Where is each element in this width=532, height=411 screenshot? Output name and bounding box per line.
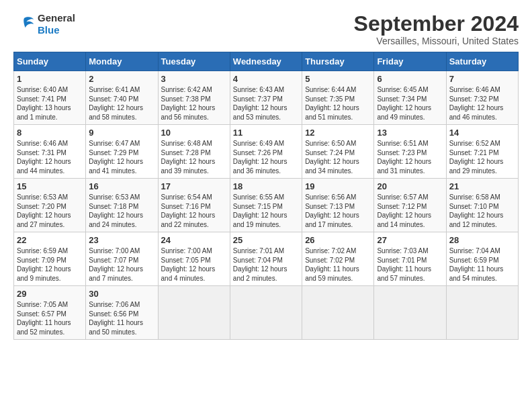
day-info: Sunrise: 6:42 AMSunset: 7:38 PMDaylight:…: [161, 86, 216, 121]
day-info: Sunrise: 6:44 AMSunset: 7:35 PMDaylight:…: [305, 86, 359, 121]
day-number: 1: [17, 74, 83, 84]
day-cell: 6Sunrise: 6:45 AMSunset: 7:34 PMDaylight…: [374, 71, 446, 125]
day-cell: 7Sunrise: 6:46 AMSunset: 7:32 PMDaylight…: [446, 71, 518, 125]
header-cell-monday: Monday: [86, 52, 158, 71]
day-info: Sunrise: 7:05 AMSunset: 6:57 PMDaylight:…: [17, 301, 71, 336]
day-info: Sunrise: 6:52 AMSunset: 7:21 PMDaylight:…: [449, 140, 504, 175]
day-number: 23: [89, 235, 154, 245]
day-info: Sunrise: 7:04 AMSunset: 6:59 PMDaylight:…: [449, 247, 504, 282]
calendar-table: SundayMondayTuesdayWednesdayThursdayFrid…: [13, 52, 519, 340]
day-info: Sunrise: 6:46 AMSunset: 7:32 PMDaylight:…: [449, 86, 504, 121]
day-info: Sunrise: 6:59 AMSunset: 7:09 PMDaylight:…: [17, 247, 71, 282]
day-cell: 27Sunrise: 7:03 AMSunset: 7:01 PMDayligh…: [374, 232, 446, 286]
day-info: Sunrise: 6:43 AMSunset: 7:37 PMDaylight:…: [233, 86, 287, 121]
day-cell: 18Sunrise: 6:55 AMSunset: 7:15 PMDayligh…: [230, 179, 302, 232]
day-number: 22: [17, 235, 83, 245]
day-info: Sunrise: 6:57 AMSunset: 7:12 PMDaylight:…: [377, 193, 431, 228]
week-row-3: 15Sunrise: 6:53 AMSunset: 7:20 PMDayligh…: [14, 179, 519, 232]
day-cell: 10Sunrise: 6:48 AMSunset: 7:28 PMDayligh…: [158, 125, 230, 179]
day-number: 10: [161, 128, 227, 138]
header: General Blue September 2024 Versailles, …: [13, 12, 519, 46]
day-number: 26: [305, 235, 371, 245]
week-row-4: 22Sunrise: 6:59 AMSunset: 7:09 PMDayligh…: [14, 232, 519, 286]
day-cell: [158, 286, 230, 340]
day-number: 6: [377, 74, 443, 84]
day-cell: 23Sunrise: 7:00 AMSunset: 7:07 PMDayligh…: [86, 232, 158, 286]
day-cell: 20Sunrise: 6:57 AMSunset: 7:12 PMDayligh…: [374, 179, 446, 232]
day-info: Sunrise: 6:41 AMSunset: 7:40 PMDaylight:…: [89, 86, 143, 121]
day-info: Sunrise: 6:51 AMSunset: 7:23 PMDaylight:…: [377, 140, 431, 175]
day-info: Sunrise: 6:54 AMSunset: 7:16 PMDaylight:…: [161, 193, 216, 228]
header-cell-sunday: Sunday: [14, 52, 86, 71]
day-cell: 17Sunrise: 6:54 AMSunset: 7:16 PMDayligh…: [158, 179, 230, 232]
day-info: Sunrise: 7:02 AMSunset: 7:02 PMDaylight:…: [305, 247, 359, 282]
day-info: Sunrise: 6:45 AMSunset: 7:34 PMDaylight:…: [377, 86, 431, 121]
day-cell: 16Sunrise: 6:53 AMSunset: 7:18 PMDayligh…: [86, 179, 158, 232]
day-cell: 22Sunrise: 6:59 AMSunset: 7:09 PMDayligh…: [14, 232, 86, 286]
week-row-2: 8Sunrise: 6:46 AMSunset: 7:31 PMDaylight…: [14, 125, 519, 179]
day-number: 9: [89, 128, 154, 138]
page: General Blue September 2024 Versailles, …: [0, 0, 532, 347]
day-cell: 12Sunrise: 6:50 AMSunset: 7:24 PMDayligh…: [302, 125, 374, 179]
day-info: Sunrise: 6:56 AMSunset: 7:13 PMDaylight:…: [305, 193, 359, 228]
day-info: Sunrise: 7:01 AMSunset: 7:04 PMDaylight:…: [233, 247, 287, 282]
header-row: SundayMondayTuesdayWednesdayThursdayFrid…: [14, 52, 519, 71]
header-cell-friday: Friday: [374, 52, 446, 71]
day-info: Sunrise: 6:58 AMSunset: 7:10 PMDaylight:…: [449, 193, 504, 228]
logo-icon: [13, 13, 35, 35]
header-cell-tuesday: Tuesday: [158, 52, 230, 71]
day-info: Sunrise: 6:47 AMSunset: 7:29 PMDaylight:…: [89, 140, 143, 175]
header-cell-thursday: Thursday: [302, 52, 374, 71]
week-row-1: 1Sunrise: 6:40 AMSunset: 7:41 PMDaylight…: [14, 71, 519, 125]
day-number: 12: [305, 128, 371, 138]
subtitle: Versailles, Missouri, United States: [354, 36, 519, 46]
day-info: Sunrise: 6:53 AMSunset: 7:20 PMDaylight:…: [17, 193, 71, 228]
day-number: 24: [161, 235, 227, 245]
header-cell-saturday: Saturday: [446, 52, 518, 71]
day-number: 18: [233, 181, 299, 191]
day-info: Sunrise: 7:03 AMSunset: 7:01 PMDaylight:…: [377, 247, 431, 282]
day-number: 25: [233, 235, 299, 245]
day-cell: 13Sunrise: 6:51 AMSunset: 7:23 PMDayligh…: [374, 125, 446, 179]
day-info: Sunrise: 6:49 AMSunset: 7:26 PMDaylight:…: [233, 140, 287, 175]
logo: General Blue: [13, 12, 75, 36]
day-number: 14: [449, 128, 515, 138]
day-info: Sunrise: 7:00 AMSunset: 7:07 PMDaylight:…: [89, 247, 143, 282]
day-info: Sunrise: 7:06 AMSunset: 6:56 PMDaylight:…: [89, 301, 143, 336]
day-cell: 4Sunrise: 6:43 AMSunset: 7:37 PMDaylight…: [230, 71, 302, 125]
day-cell: 9Sunrise: 6:47 AMSunset: 7:29 PMDaylight…: [86, 125, 158, 179]
day-number: 15: [17, 181, 83, 191]
day-info: Sunrise: 6:48 AMSunset: 7:28 PMDaylight:…: [161, 140, 216, 175]
day-number: 27: [377, 235, 443, 245]
day-cell: 2Sunrise: 6:41 AMSunset: 7:40 PMDaylight…: [86, 71, 158, 125]
day-cell: [374, 286, 446, 340]
day-cell: 30Sunrise: 7:06 AMSunset: 6:56 PMDayligh…: [86, 286, 158, 340]
day-number: 11: [233, 128, 299, 138]
day-info: Sunrise: 6:55 AMSunset: 7:15 PMDaylight:…: [233, 193, 287, 228]
day-cell: [230, 286, 302, 340]
day-info: Sunrise: 6:53 AMSunset: 7:18 PMDaylight:…: [89, 193, 143, 228]
day-cell: 21Sunrise: 6:58 AMSunset: 7:10 PMDayligh…: [446, 179, 518, 232]
day-cell: 5Sunrise: 6:44 AMSunset: 7:35 PMDaylight…: [302, 71, 374, 125]
day-info: Sunrise: 6:40 AMSunset: 7:41 PMDaylight:…: [17, 86, 71, 121]
day-cell: 24Sunrise: 7:00 AMSunset: 7:05 PMDayligh…: [158, 232, 230, 286]
day-number: 19: [305, 181, 371, 191]
main-title: September 2024: [354, 12, 519, 36]
day-number: 17: [161, 181, 227, 191]
day-cell: 8Sunrise: 6:46 AMSunset: 7:31 PMDaylight…: [14, 125, 86, 179]
header-cell-wednesday: Wednesday: [230, 52, 302, 71]
day-number: 29: [17, 289, 83, 299]
day-info: Sunrise: 6:50 AMSunset: 7:24 PMDaylight:…: [305, 140, 359, 175]
day-number: 16: [89, 181, 154, 191]
day-number: 28: [449, 235, 515, 245]
day-cell: 1Sunrise: 6:40 AMSunset: 7:41 PMDaylight…: [14, 71, 86, 125]
day-cell: 25Sunrise: 7:01 AMSunset: 7:04 PMDayligh…: [230, 232, 302, 286]
day-cell: 19Sunrise: 6:56 AMSunset: 7:13 PMDayligh…: [302, 179, 374, 232]
day-cell: 29Sunrise: 7:05 AMSunset: 6:57 PMDayligh…: [14, 286, 86, 340]
day-number: 4: [233, 74, 299, 84]
day-number: 3: [161, 74, 227, 84]
day-info: Sunrise: 6:46 AMSunset: 7:31 PMDaylight:…: [17, 140, 71, 175]
week-row-5: 29Sunrise: 7:05 AMSunset: 6:57 PMDayligh…: [14, 286, 519, 340]
day-cell: 26Sunrise: 7:02 AMSunset: 7:02 PMDayligh…: [302, 232, 374, 286]
day-number: 30: [89, 289, 154, 299]
